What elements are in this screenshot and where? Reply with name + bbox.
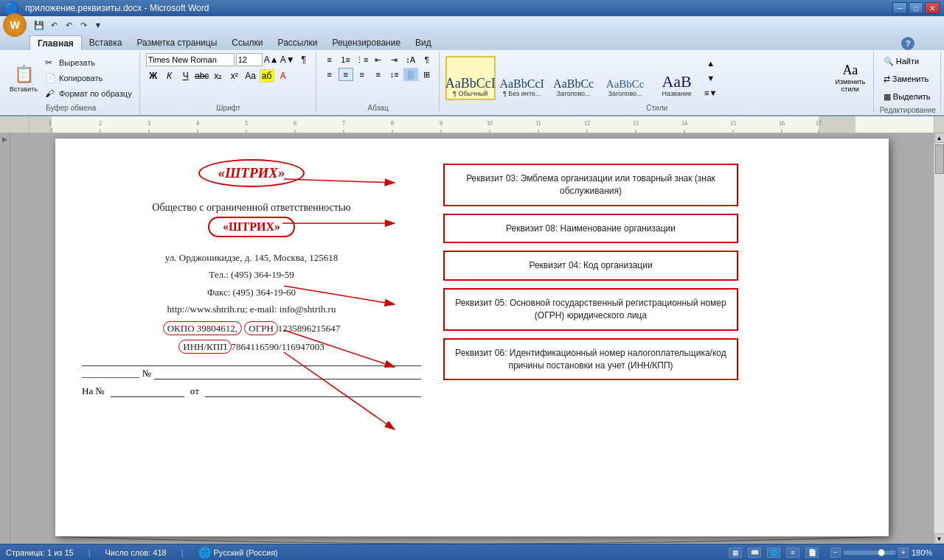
italic-button[interactable]: К [162,69,177,83]
borders-button[interactable]: ⊞ [420,68,434,81]
customize-quick-access-button[interactable]: ▼ [91,18,105,32]
web-layout-button[interactable]: 🌐 [767,547,780,558]
tab-review[interactable]: Рецензирование [324,35,408,50]
style-normal[interactable]: AaBbCcI ¶ Обычный [445,56,496,100]
font-color-button[interactable]: А [276,69,291,83]
paragraph-group: ≡ 1≡ ⋮≡ ⇤ ⇥ ↕A ¶ ≡ ≡ ≡ ≡ ↕≡ ░ ⊞ Абзац [318,52,440,113]
styles-scroll-down[interactable]: ▼ [704,71,718,85]
style-heading2[interactable]: AaBbCc Заголово... [600,56,650,100]
cut-icon: ✂ [45,57,57,68]
styles-scroll-area: ▲ ▼ ≡▼ [704,57,718,99]
draft-button[interactable]: 📄 [805,547,819,558]
font-shrink-button[interactable]: A▼ [280,53,295,66]
tab-mailings[interactable]: Рассылки [271,35,325,50]
scroll-up-button[interactable]: ▲ [934,133,945,143]
numbering-button[interactable]: 1≡ [339,53,353,66]
change-styles-button[interactable]: Аа Изменитьстили [832,60,869,96]
req04-box: Реквизит 04: Код организации [443,251,738,281]
copy-icon: 📄 [45,73,57,83]
zoom-out-button[interactable]: − [830,547,841,558]
document-left-column: «ШТРИХ» Общество с ограниченной ответств… [82,159,421,397]
tab-view[interactable]: Вид [408,35,439,50]
replace-button[interactable]: ⇄ Заменить [880,71,934,87]
na-underline [111,385,184,397]
print-layout-button[interactable]: ▦ [729,547,742,558]
highlight-color-button[interactable]: аб [260,69,274,83]
save-quick-button[interactable]: 💾 [32,18,46,32]
style-no-spacing[interactable]: AaBbCcI ¶ Без инте... [497,56,547,100]
multilevel-button[interactable]: ⋮≡ [355,53,369,66]
req06-text: Реквизит 06: Идентификационный номер нал… [455,348,726,371]
style-heading1[interactable]: AaBbCc Заголово... [549,56,599,100]
font-name-input[interactable] [146,53,235,66]
style-title[interactable]: AaB Название [652,56,702,100]
format-buttons-row: Ж К Ч abc x₂ x² Аа аб А [146,69,291,83]
svg-text:10: 10 [487,120,493,127]
align-left-button[interactable]: ≡ [322,68,337,81]
styles-more[interactable]: ≡▼ [704,86,718,99]
tab-references[interactable]: Ссылки [224,35,270,50]
align-right-button[interactable]: ≡ [355,68,369,81]
bold-button[interactable]: Ж [146,69,161,83]
inn-kpp-label: ИНН/КПП [178,340,231,354]
find-button[interactable]: 🔍 Найти [880,53,934,69]
scroll-down-button[interactable]: ▼ [934,533,945,544]
editing-group-label: Редактирование [880,105,936,114]
superscript-button[interactable]: x² [227,69,242,83]
full-reading-button[interactable]: 📖 [748,547,761,558]
svg-text:17: 17 [816,120,822,127]
undo-arrow-button[interactable]: ↶ [62,18,75,32]
okpo-ogrn-line: ОКПО 39804612, ОГРН1235896215647 [82,320,421,337]
page-curve [55,536,889,544]
select-button[interactable]: ▦ Выделить [880,88,934,105]
scroll-thumb[interactable] [935,144,944,174]
outline-button[interactable]: ≡ [786,547,799,558]
line-spacing-button[interactable]: ↕≡ [387,68,402,81]
zoom-slider-thumb[interactable] [878,549,885,556]
office-button[interactable]: W [3,13,27,37]
font-selector-row: A▲ A▼ ¶ [146,53,311,66]
svg-text:3: 3 [148,120,150,127]
clear-format-button[interactable]: ¶ [296,53,311,66]
font-group-label: Шрифт [146,102,311,112]
styles-scroll-up[interactable]: ▲ [704,57,718,70]
decrease-indent-button[interactable]: ⇤ [371,53,386,66]
close-button[interactable]: ✕ [925,2,940,14]
tab-insert[interactable]: Вставка [82,35,130,50]
cut-button[interactable]: ✂ Вырезать [42,55,135,70]
format-painter-button[interactable]: 🖌 Формат по образцу [42,86,135,101]
sort-button[interactable]: ↕A [403,53,418,66]
justify-button[interactable]: ≡ [371,68,386,81]
paste-icon: 📋 [12,63,35,86]
paste-button[interactable]: 📋 Вставить [7,60,40,97]
svg-text:2: 2 [99,120,102,127]
maximize-button[interactable]: □ [909,2,923,14]
font-size-input[interactable] [236,53,263,66]
subscript-button[interactable]: x₂ [211,69,226,83]
req03-box: Реквизит 03: Эмблема организации или тов… [443,164,738,206]
show-marks-button[interactable]: ¶ [420,53,434,66]
help-button[interactable]: ? [901,37,914,50]
redo-button[interactable]: ↷ [77,18,90,32]
change-case-button[interactable]: Аа [243,69,258,83]
tab-page-layout[interactable]: Разметка страницы [129,35,224,50]
strikethrough-button[interactable]: abc [195,69,209,83]
underline-button[interactable]: Ч [178,69,193,83]
align-center-button[interactable]: ≡ [339,68,353,81]
font-grow-button[interactable]: A▲ [264,53,279,66]
shading-button[interactable]: ░ [403,68,418,81]
minimize-button[interactable]: ─ [892,2,907,14]
undo-button[interactable]: ↶ [47,18,60,32]
increase-indent-button[interactable]: ⇥ [387,53,402,66]
copy-button[interactable]: 📄 Копировать [42,71,135,85]
zoom-in-button[interactable]: + [898,547,909,558]
style-title-label: Название [662,90,692,97]
okpo-label: ОКПО 39804612, [163,321,242,335]
bullets-button[interactable]: ≡ [322,53,337,66]
svg-text:1: 1 [49,120,52,127]
tab-home[interactable]: Главная [30,35,82,50]
req04-text: Реквизит 04: Код организации [529,260,652,270]
document-area: ▶ «ШТРИХ» Общест [0,133,944,544]
vertical-scrollbar[interactable]: ▲ ▼ [934,133,944,544]
zoom-slider[interactable] [844,550,895,555]
